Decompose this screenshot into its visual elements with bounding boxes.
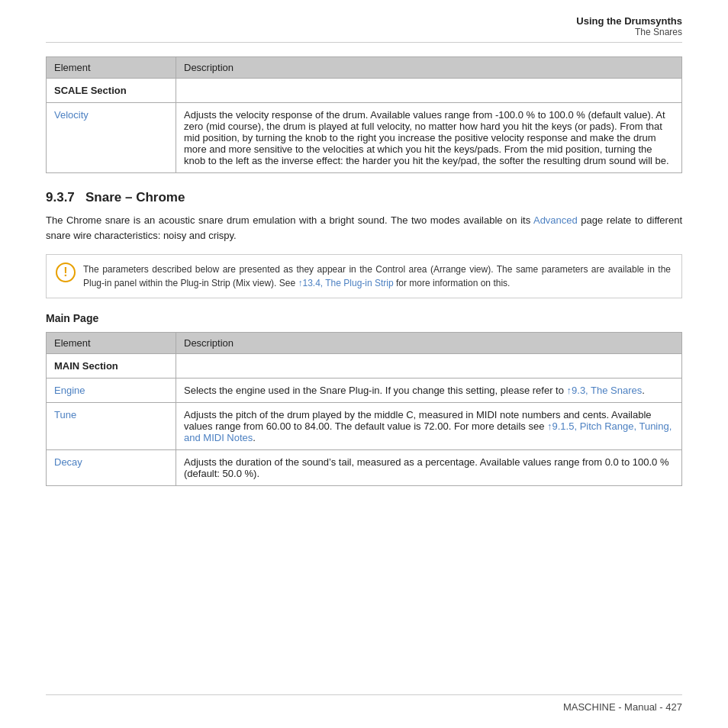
engine-desc-after: . (642, 385, 645, 396)
warning-icon: ! (56, 263, 76, 282)
main-section-label: MAIN Section (47, 354, 176, 378)
second-table: Element Description MAIN Section Engine … (46, 332, 682, 486)
advanced-link[interactable]: Advanced (533, 214, 578, 226)
warning-text-after: for more information on this. (394, 278, 511, 288)
engine-link[interactable]: Engine (54, 385, 85, 396)
engine-description: Selects the engine used in the Snare Plu… (176, 378, 682, 403)
table1-col1-header: Element (47, 57, 176, 79)
engine-element: Engine (47, 378, 176, 403)
velocity-link[interactable]: Velocity (54, 109, 89, 121)
decay-element: Decay (47, 450, 176, 486)
page-container: Using the Drumsynths The Snares Element … (0, 0, 728, 728)
plugin-strip-link[interactable]: ↑13.4, The Plug-in Strip (298, 278, 393, 288)
snares-link[interactable]: ↑9.3, The Snares (567, 385, 643, 396)
tune-link[interactable]: Tune (54, 409, 76, 420)
page-footer: MASCHINE - Manual - 427 (46, 694, 682, 713)
table-row: Decay Adjusts the duration of the sound’… (47, 450, 682, 486)
body-paragraph: The Chrome snare is an acoustic snare dr… (46, 213, 682, 243)
main-page-heading: Main Page (46, 312, 682, 324)
decay-description: Adjusts the duration of the sound’s tail… (176, 450, 682, 486)
main-section-desc (176, 354, 682, 378)
first-table: Element Description SCALE Section Veloci… (46, 56, 682, 173)
header-title: Using the Drumsynths (46, 15, 682, 27)
tune-desc-after: . (253, 432, 256, 443)
header-subtitle: The Snares (46, 27, 682, 37)
table-row: Tune Adjusts the pitch of the drum playe… (47, 403, 682, 450)
table1-col2-header: Description (176, 57, 682, 79)
engine-desc-before: Selects the engine used in the Snare Plu… (184, 385, 567, 396)
tune-description: Adjusts the pitch of the drum played by … (176, 403, 682, 450)
scale-section-label: SCALE Section (47, 79, 176, 103)
tune-element: Tune (47, 403, 176, 450)
section-number: 9.3.7 (46, 190, 75, 205)
velocity-description: Adjusts the velocity response of the dru… (176, 103, 682, 173)
page-header: Using the Drumsynths The Snares (46, 15, 682, 43)
decay-link[interactable]: Decay (54, 456, 82, 468)
footer-text: MASCHINE - Manual - 427 (563, 701, 682, 713)
table-row: Engine Selects the engine used in the Sn… (47, 378, 682, 403)
velocity-element: Velocity (47, 103, 176, 173)
table-row: SCALE Section (47, 79, 682, 103)
table-row: MAIN Section (47, 354, 682, 378)
section-937-heading: 9.3.7 Snare – Chrome (46, 190, 682, 205)
table2-col2-header: Description (176, 333, 682, 354)
table2-col1-header: Element (47, 333, 176, 354)
warning-box: ! The parameters described below are pre… (46, 254, 682, 298)
section-title: Snare – Chrome (85, 190, 185, 205)
scale-section-desc (176, 79, 682, 103)
table-row: Velocity Adjusts the velocity response o… (47, 103, 682, 173)
